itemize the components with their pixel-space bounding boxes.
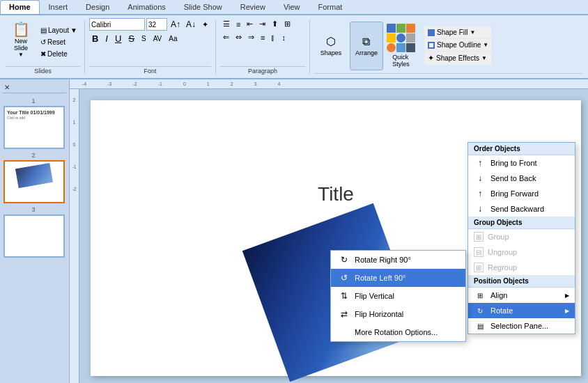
decrease-indent-button[interactable]: ⇤ xyxy=(244,18,256,30)
layout-button[interactable]: ▤Layout▼ xyxy=(38,25,80,36)
ribbon: 📋 New Slide ▼ ▤Layout▼ ↺Reset ✖Delete Sl… xyxy=(0,15,588,79)
rotate-left-90-item[interactable]: ↺ Rotate Left 90° xyxy=(331,269,465,287)
decrease-font-button[interactable]: A↓ xyxy=(184,19,198,30)
strikethrough-button[interactable]: S xyxy=(125,32,137,45)
align-left-button[interactable]: ⇐ xyxy=(220,31,232,43)
tab-design[interactable]: Design xyxy=(77,0,118,14)
send-backward-item[interactable]: ↓ Send Backward xyxy=(468,201,575,217)
ruler-top: -4-3-2-101234 xyxy=(70,79,588,89)
shape-outline-button[interactable]: Shape Outline ▼ xyxy=(424,39,492,51)
font-group: A↑ A↓ ✦ B I U S S AV Aa Font xyxy=(86,17,214,77)
delete-button[interactable]: ✖Delete xyxy=(38,49,80,59)
quick-styles-label: QuickStyles xyxy=(392,54,410,68)
group-objects-label: Group Objects xyxy=(468,217,575,229)
slide-title: Title xyxy=(318,183,354,205)
send-to-back-icon: ↓ xyxy=(474,173,486,183)
change-case-button[interactable]: Aa xyxy=(166,33,180,44)
align-item[interactable]: ⊞ Align ▶ xyxy=(468,288,575,303)
shapes-button[interactable]: ⬡ Shapes xyxy=(314,22,348,70)
arrange-label: Arrange xyxy=(355,49,378,56)
increase-indent-button[interactable]: ⇥ xyxy=(256,18,268,30)
send-backward-icon: ↓ xyxy=(474,204,486,214)
regroup-icon: ⊞ xyxy=(474,263,483,272)
align-center-button[interactable]: ⇔ xyxy=(233,31,245,43)
bring-to-front-icon: ↑ xyxy=(474,158,486,168)
flip-vertical-item[interactable]: ⇅ Flip Vertical xyxy=(331,287,465,305)
slides-group: 📋 New Slide ▼ ▤Layout▼ ↺Reset ✖Delete Sl… xyxy=(3,17,83,77)
tab-format[interactable]: Format xyxy=(309,0,352,14)
tab-animations[interactable]: Animations xyxy=(118,0,174,14)
more-rotation-options-icon xyxy=(338,327,350,338)
shape-format-group: Shape Fill ▼ Shape Outline ▼ ✦ Shape Eff… xyxy=(424,26,492,65)
tab-review[interactable]: Review xyxy=(231,0,274,14)
new-slide-button[interactable]: 📋 New Slide ▼ xyxy=(6,19,36,66)
order-objects-label: Order Objects xyxy=(468,143,575,155)
font-group-label: Font xyxy=(89,66,211,75)
bring-to-front-item[interactable]: ↑ Bring to Front xyxy=(468,155,575,171)
slides-panel: ✕ 1 Your Title 01/01/1999 Click to add 2 xyxy=(0,79,70,383)
slides-panel-header: ✕ xyxy=(3,82,66,93)
text-direction-button[interactable]: ⬆ xyxy=(269,18,281,30)
group-icon: ⊞ xyxy=(474,232,483,242)
bold-button[interactable]: B xyxy=(89,32,101,45)
char-spacing-button[interactable]: AV xyxy=(150,33,165,44)
align-arrow: ▶ xyxy=(565,292,569,299)
bullets-button[interactable]: ☰ xyxy=(220,18,233,30)
slide-thumb-1[interactable]: Your Title 01/01/1999 Click to add xyxy=(3,106,65,149)
font-family-input[interactable] xyxy=(89,18,145,31)
justify-button[interactable]: ≡ xyxy=(258,32,268,43)
ungroup-icon: ⊟ xyxy=(474,247,483,257)
tab-slideshow[interactable]: Slide Show xyxy=(175,0,231,14)
slide-thumb-2[interactable] xyxy=(3,160,65,203)
align-right-button[interactable]: ⇒ xyxy=(245,31,257,43)
align-icon: ⊞ xyxy=(474,290,486,300)
position-objects-label: Position Objects xyxy=(468,275,575,288)
quick-styles-button[interactable]: QuickStyles xyxy=(385,22,417,69)
convert-to-smartart-button[interactable]: ⊞ xyxy=(281,18,293,30)
italic-button[interactable]: I xyxy=(102,32,111,45)
canvas-area: -4-3-2-101234 210-1-2 Title Order Object… xyxy=(70,79,588,383)
rotate-submenu: ↻ Rotate Right 90° ↺ Rotate Left 90° ⇅ F… xyxy=(330,250,466,342)
bring-forward-item[interactable]: ↑ Bring Forward xyxy=(468,186,575,201)
reset-button[interactable]: ↺Reset xyxy=(38,37,80,47)
flip-horizontal-icon: ⇄ xyxy=(338,308,350,320)
bring-forward-icon: ↑ xyxy=(474,189,486,198)
ungroup-item[interactable]: ⊟ Ungroup xyxy=(468,244,575,260)
drawing-group-label xyxy=(314,73,582,75)
tab-insert[interactable]: Insert xyxy=(40,0,77,14)
underline-button[interactable]: U xyxy=(112,32,124,45)
font-size-input[interactable] xyxy=(146,18,167,31)
rotate-item[interactable]: ↻ Rotate ▶ xyxy=(468,303,575,318)
selection-pane-icon: ▤ xyxy=(474,321,486,331)
paragraph-group-label: Paragraph xyxy=(220,66,305,75)
shape-fill-button[interactable]: Shape Fill ▼ xyxy=(424,26,492,38)
rotate-right-90-icon: ↻ xyxy=(338,254,350,265)
drawing-group: ⬡ Shapes ⧉ Arrange xyxy=(311,17,585,77)
arrange-button[interactable]: ⧉ Arrange xyxy=(350,22,383,70)
columns-button[interactable]: ⫿ xyxy=(268,32,278,43)
increase-font-button[interactable]: A↑ xyxy=(169,19,183,30)
regroup-item[interactable]: ⊞ Regroup xyxy=(468,260,575,275)
line-spacing-button[interactable]: ↕ xyxy=(279,32,288,43)
send-to-back-item[interactable]: ↓ Send to Back xyxy=(468,171,575,186)
selection-pane-item[interactable]: ▤ Selection Pane... xyxy=(468,318,575,334)
slides-group-label: Slides xyxy=(6,66,80,75)
rotate-right-90-item[interactable]: ↻ Rotate Right 90° xyxy=(331,251,465,269)
shape-effects-button[interactable]: ✦ Shape Effects ▼ xyxy=(424,52,492,65)
ruler-left: 210-1-2 xyxy=(70,89,79,383)
tab-view[interactable]: View xyxy=(274,0,309,14)
tab-home[interactable]: Home xyxy=(0,0,40,14)
flip-horizontal-item[interactable]: ⇄ Flip Horizontal xyxy=(331,305,465,323)
clear-format-button[interactable]: ✦ xyxy=(199,19,211,31)
main-area: ✕ 1 Your Title 01/01/1999 Click to add 2 xyxy=(0,79,588,383)
arrange-dropdown: Order Objects ↑ Bring to Front ↓ Send to… xyxy=(467,142,575,334)
shapes-label: Shapes xyxy=(320,49,342,56)
rotate-icon: ↻ xyxy=(474,306,486,315)
numbering-button[interactable]: ≡ xyxy=(233,19,243,30)
more-rotation-options-item[interactable]: More Rotation Options... xyxy=(331,323,465,341)
group-item[interactable]: ⊞ Group xyxy=(468,229,575,244)
rotate-left-90-icon: ↺ xyxy=(338,272,350,283)
slides-panel-header2: 1 Your Title 01/01/1999 Click to add xyxy=(3,97,66,149)
slide-thumb-3[interactable] xyxy=(3,214,65,258)
shadow-button[interactable]: S xyxy=(139,33,149,44)
